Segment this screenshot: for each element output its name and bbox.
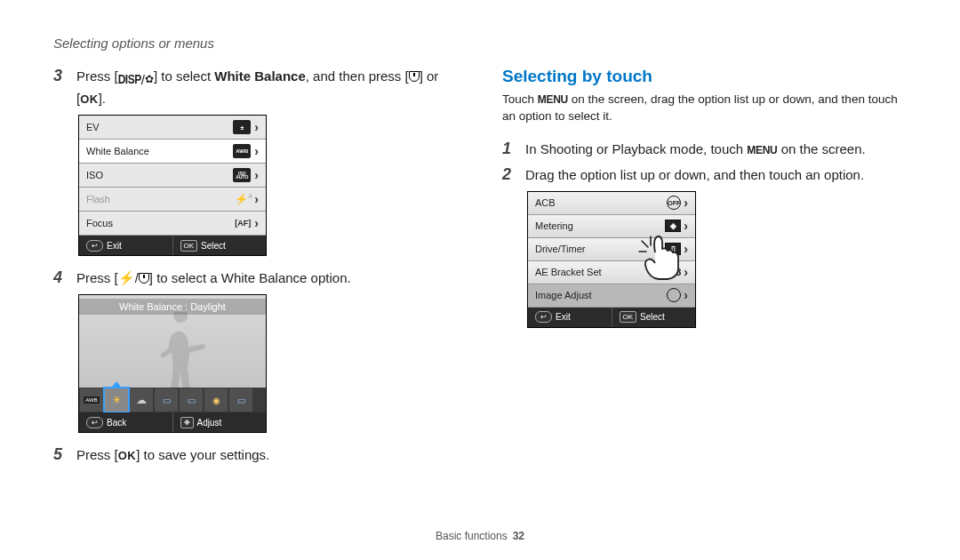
footer-section: Basic functions	[436, 530, 508, 542]
ev-icon: ±	[233, 120, 251, 134]
step-number: 1	[502, 140, 516, 158]
menu-label: Flash	[86, 194, 235, 204]
menu-text-icon: MENU	[747, 144, 777, 156]
text: on the screen.	[777, 141, 865, 156]
ok-pill-icon: OK	[620, 311, 637, 323]
menu-row-acb: ACB OFF›	[528, 192, 695, 215]
back-arrow-icon: ↩	[86, 240, 103, 252]
chevron-right-icon: ›	[684, 265, 688, 279]
image-adjust-icon	[667, 288, 681, 302]
step-1: 1 In Shooting or Playback mode, touch ME…	[502, 140, 907, 158]
chevron-right-icon: ›	[684, 288, 688, 302]
menu-label: White Balance	[86, 146, 233, 156]
metering-icon: ◈	[665, 220, 681, 232]
wb-option-strip: AWB ☀ ☁ ▭ ▭ ◉ ▭	[79, 388, 266, 412]
awb-icon: AWB	[233, 144, 251, 158]
page-number: 32	[513, 530, 524, 542]
iso-icon: ISOAUTO	[233, 168, 251, 182]
menu-row-ev: EV ±›	[79, 116, 266, 140]
chevron-right-icon: ›	[254, 192, 259, 206]
menu-label: Focus	[86, 218, 235, 228]
chevron-right-icon: ›	[254, 144, 259, 158]
page-footer: Basic functions32	[0, 530, 960, 542]
softkey-label: Select	[201, 241, 226, 251]
wb-option-fluorescent-h: ▭	[155, 388, 178, 412]
chevron-right-icon: ›	[684, 242, 688, 256]
wb-option-fluorescent-l: ▭	[180, 388, 203, 412]
af-icon: [AF]	[235, 219, 251, 228]
menu-row-metering: Metering ◈›	[528, 215, 695, 238]
touch-menu-screenshot: ACB OFF› Metering ◈› Drive/Timer ▯› AE B…	[527, 191, 696, 328]
ok-icon: OK	[80, 92, 99, 106]
text: Press [	[76, 68, 118, 84]
chevron-right-icon: ›	[684, 219, 688, 233]
text: Press [	[76, 270, 118, 285]
right-column: Selecting by touch Touch MENU on the scr…	[502, 67, 907, 471]
menu-label: ACB	[535, 197, 556, 208]
chevron-right-icon: ›	[254, 120, 259, 134]
exit-softkey: ↩Exit	[528, 308, 612, 327]
text: ] to select a White Balance option.	[149, 270, 351, 285]
person-silhouette	[154, 312, 216, 396]
left-column: 3 Press [DISP/✿] to select White Balance…	[53, 67, 458, 471]
text: ] to save your settings.	[136, 447, 269, 462]
bracket-value: .3	[673, 267, 681, 277]
text: , and then press [	[306, 68, 409, 84]
macro-flower-icon: ✿	[145, 72, 154, 87]
step-text: Press [OK] to save your settings.	[76, 445, 269, 464]
menu-label: AE Bracket Set	[535, 267, 602, 277]
wb-option-cloudy: ☁	[130, 388, 153, 412]
menu-screenshot-1: EV ±› White Balance AWB› ISO ISOAUTO› Fl…	[78, 115, 267, 256]
step-2: 2 Drag the option list up or down, and t…	[502, 165, 907, 184]
flash-icon: ⚡	[118, 270, 135, 285]
white-balance-preview-screenshot: White Balance : Daylight AWB ☀ ☁ ▭ ▭ ◉ ▭…	[78, 294, 267, 433]
softkey-label: Back	[107, 418, 126, 428]
dpad-icon: ✥	[180, 417, 194, 428]
section-heading: Selecting by touch	[502, 67, 907, 86]
menu-row-iso: ISO ISOAUTO›	[79, 164, 266, 188]
step-5: 5 Press [OK] to save your settings.	[53, 445, 458, 464]
text: In Shooting or Playback mode, touch	[525, 141, 747, 156]
menu-row-ae-bracket: AE Bracket Set .3›	[528, 261, 695, 284]
softkey-label: Select	[640, 312, 665, 322]
ok-pill-icon: OK	[180, 240, 198, 252]
step-number: 5	[53, 445, 68, 464]
step-text: Press [DISP/✿] to select White Balance, …	[76, 67, 458, 108]
disp-icon: DISP	[118, 70, 141, 88]
device-softkey-bar: ↩Exit OKSelect	[528, 308, 695, 327]
text: Touch	[502, 92, 538, 106]
text: ].	[99, 91, 106, 106]
menu-label: Drive/Timer	[535, 244, 585, 254]
step-number: 3	[53, 67, 68, 108]
chevron-right-icon: ›	[684, 196, 688, 210]
select-softkey: OKSelect	[612, 308, 696, 327]
select-softkey: OKSelect	[172, 236, 267, 255]
device-softkey-bar: ↩Exit OKSelect	[79, 236, 266, 255]
step-4: 4 Press [⚡/] to select a White Balance o…	[53, 268, 458, 287]
chevron-right-icon: ›	[254, 168, 259, 182]
menu-row-flash: Flash ⚡A›	[79, 188, 266, 212]
adjust-softkey: ✥Adjust	[172, 412, 267, 432]
step-text: Press [⚡/] to select a White Balance opt…	[76, 268, 351, 287]
text: ] to select	[154, 68, 214, 84]
self-timer-icon	[409, 70, 420, 81]
step-text: In Shooting or Playback mode, touch MENU…	[525, 140, 866, 158]
white-balance-label: White Balance	[214, 68, 306, 84]
wb-option-daylight: ☀	[105, 388, 128, 412]
menu-label: Image Adjust	[535, 290, 592, 300]
device-softkey-bar: ↩Back ✥Adjust	[79, 412, 266, 432]
flash-auto-icon: ⚡A	[235, 193, 251, 205]
step-number: 2	[502, 165, 516, 184]
wb-option-custom: ▭	[229, 388, 252, 412]
menu-label: EV	[86, 122, 233, 132]
wb-title-bar: White Balance : Daylight	[79, 299, 266, 315]
step-number: 4	[53, 268, 68, 287]
softkey-label: Exit	[107, 241, 122, 251]
drive-single-icon: ▯	[665, 243, 681, 255]
softkey-label: Exit	[556, 312, 571, 322]
menu-label: Metering	[535, 220, 573, 231]
softkey-label: Adjust	[197, 418, 222, 428]
menu-text-icon: MENU	[538, 93, 568, 106]
self-timer-icon	[139, 272, 149, 283]
ok-icon: OK	[118, 449, 137, 462]
